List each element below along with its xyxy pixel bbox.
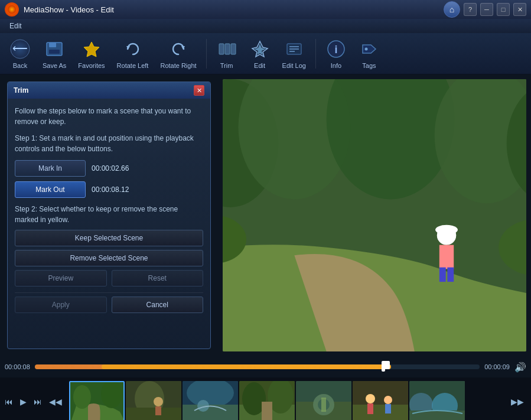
filmstrip-scroll-right[interactable]: ▶▶ (509, 395, 526, 409)
toolbar-info[interactable]: i Info (321, 36, 351, 71)
toolbar-tags[interactable]: Tags (354, 36, 385, 71)
svg-point-0 (8, 5, 16, 14)
toolbar-edit[interactable]: Edit (245, 36, 275, 71)
trim-label: Trim (220, 62, 233, 69)
edit-log-label: Edit Log (282, 62, 306, 69)
progress-track[interactable] (35, 364, 480, 369)
filmstrip-thumb-1[interactable] (69, 381, 125, 420)
filmstrip: ⏮ ▶ ⏭ ◀◀ (0, 377, 531, 420)
mark-in-button[interactable]: Mark In (15, 160, 86, 177)
edit-icon (249, 38, 271, 60)
skip-to-end-button[interactable]: ⏭ (31, 395, 44, 409)
apply-cancel-row: Apply Cancel (15, 297, 203, 313)
trim-dialog: Trim ✕ Follow the steps below to mark a … (7, 82, 211, 349)
step2-label: Step 2: Select whether to keep or remove… (15, 204, 203, 225)
keep-scene-button[interactable]: Keep Selected Scene (15, 230, 203, 246)
svg-rect-11 (231, 44, 236, 54)
dialog-close-button[interactable]: ✕ (194, 85, 204, 96)
thumb-image-1 (70, 382, 123, 420)
thumb-image-5 (296, 381, 351, 420)
cancel-button[interactable]: Cancel (112, 297, 204, 313)
reset-button[interactable]: Reset (112, 270, 204, 286)
toolbar-trim[interactable]: Trim (211, 36, 242, 71)
rotate-left-icon (122, 38, 144, 60)
title-bar-controls: ⌂ ? ─ □ ✕ (444, 1, 526, 18)
thumb-image-7 (409, 381, 465, 420)
filmstrip-thumb-5[interactable] (296, 381, 351, 420)
help-button[interactable]: ? (464, 3, 477, 16)
rotate-right-label: Rotate Right (160, 62, 196, 69)
minimize-button[interactable]: ─ (480, 3, 493, 16)
svg-rect-45 (183, 405, 238, 420)
back-icon: ⟵ (9, 38, 31, 60)
toolbar-save-as[interactable]: Save As (38, 36, 71, 71)
thumb-image-3 (183, 381, 238, 420)
svg-point-61 (384, 396, 392, 404)
svg-rect-51 (262, 402, 272, 420)
mark-out-row: Mark Out 00:00:08.12 (15, 181, 203, 198)
play-button[interactable]: ▶ (18, 395, 29, 409)
mark-in-row: Mark In 00:00:02.66 (15, 160, 203, 177)
back-label: Back (13, 62, 27, 69)
time-start: 00:00:08 (5, 363, 30, 370)
preview-button[interactable]: Preview (15, 270, 107, 286)
progress-selection (102, 364, 391, 369)
tags-icon (359, 38, 380, 60)
time-end: 00:00:09 (484, 363, 510, 370)
svg-rect-58 (353, 405, 408, 420)
rotate-right-icon (168, 38, 189, 60)
edit-log-icon (284, 38, 305, 60)
thumb-image-6 (353, 381, 408, 420)
tags-label: Tags (362, 62, 376, 69)
maximize-button[interactable]: □ (497, 3, 510, 16)
playhead[interactable] (382, 361, 390, 369)
trim-icon (216, 38, 237, 60)
svg-point-20 (364, 47, 367, 50)
title-bar-left: MediaShow - Videos - Edit (5, 2, 114, 17)
svg-point-59 (366, 394, 375, 403)
dialog-title: Trim (14, 86, 28, 95)
filmstrip-thumb-7[interactable] (409, 381, 465, 420)
mark-out-button[interactable]: Mark Out (15, 181, 86, 198)
info-label: Info (331, 62, 341, 69)
home-button[interactable]: ⌂ (444, 1, 460, 18)
filmstrip-thumb-3[interactable] (183, 381, 238, 420)
svg-point-41 (154, 397, 163, 406)
svg-rect-40 (126, 408, 181, 420)
filmstrip-thumb-6[interactable] (353, 381, 408, 420)
toolbar-rotate-right[interactable]: Rotate Right (155, 36, 201, 71)
toolbar-back[interactable]: ⟵ Back (5, 36, 35, 71)
svg-text:i: i (334, 44, 337, 56)
svg-rect-31 (439, 268, 446, 282)
main-content: Trim ✕ Follow the steps below to mark a … (0, 74, 531, 356)
svg-rect-30 (439, 245, 454, 269)
rewind-button[interactable]: ◀◀ (47, 395, 64, 409)
toolbar-favorites[interactable]: Favorites (73, 36, 109, 71)
svg-rect-10 (225, 44, 230, 54)
filmstrip-controls: ⏮ ▶ ⏭ ◀◀ (2, 395, 64, 409)
svg-rect-62 (385, 404, 391, 414)
volume-icon[interactable]: 🔊 (514, 362, 526, 373)
apply-button[interactable]: Apply (15, 297, 107, 313)
menu-edit[interactable]: Edit (5, 21, 27, 31)
toolbar-rotate-left[interactable]: Rotate Left (112, 36, 154, 71)
svg-rect-60 (367, 403, 373, 414)
info-icon: i (325, 38, 347, 60)
svg-text:⟵: ⟵ (12, 43, 28, 54)
svg-marker-6 (84, 42, 99, 57)
app-logo (5, 2, 19, 17)
skip-to-start-button[interactable]: ⏮ (2, 395, 15, 409)
svg-point-36 (73, 385, 91, 409)
menu-bar: Edit (0, 19, 531, 33)
filmstrip-thumb-4[interactable] (239, 381, 295, 420)
svg-rect-4 (49, 43, 56, 47)
separator-1 (206, 39, 207, 69)
mark-in-time: 00:00:02.66 (92, 164, 129, 172)
divider (15, 292, 203, 293)
remove-scene-button[interactable]: Remove Selected Scene (15, 250, 203, 266)
close-button[interactable]: ✕ (513, 3, 526, 16)
step1-label: Step 1: Set a mark in and out position u… (15, 133, 203, 154)
toolbar-edit-log[interactable]: Edit Log (278, 36, 311, 71)
dialog-instructions: Follow the steps below to mark a scene t… (15, 106, 203, 127)
filmstrip-thumb-2[interactable] (126, 381, 181, 420)
